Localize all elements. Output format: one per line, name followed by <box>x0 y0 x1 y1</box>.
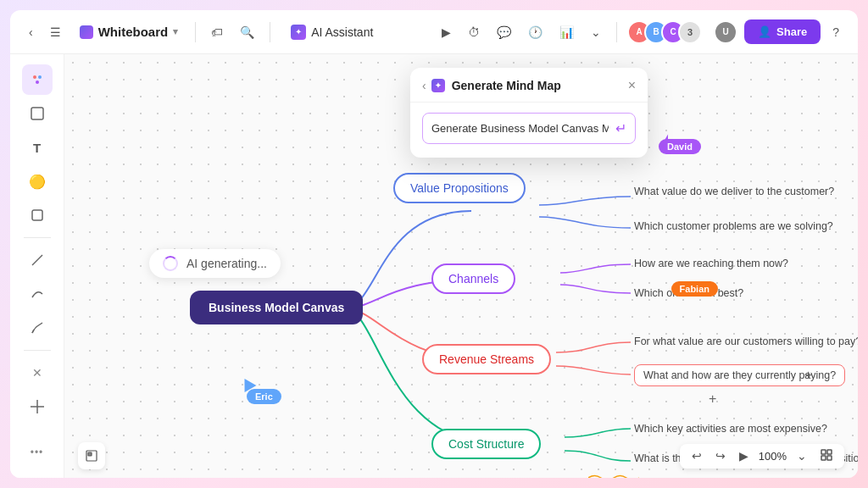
avatar-count: 3 <box>678 20 702 44</box>
popup-close-button[interactable]: × <box>628 78 636 93</box>
sidebar-sticky[interactable]: 🟡 <box>22 166 53 197</box>
rs-plus-bottom[interactable]: + <box>709 391 716 407</box>
sidebar-text[interactable]: T <box>22 132 53 163</box>
spinner-icon <box>163 256 178 271</box>
whiteboard-icon <box>80 25 93 39</box>
comment-button[interactable]: 💬 <box>492 22 516 42</box>
svg-rect-13 <box>827 456 832 460</box>
share-label: Share <box>776 25 807 38</box>
sidebar-shape[interactable] <box>22 200 53 230</box>
center-node-label: Business Model Canvas <box>209 301 344 314</box>
cs-node[interactable]: Cost Structure <box>431 429 541 459</box>
sidebar-line[interactable] <box>22 245 53 275</box>
sidebar-sep-1 <box>24 237 51 238</box>
fabian-label: Fabian <box>671 281 718 297</box>
ch-node-label: Channels <box>448 272 498 286</box>
david-label: David <box>659 139 701 154</box>
sidebar-sep-2 <box>24 350 51 351</box>
toolbar-left: ‹ ☰ Whiteboard ▾ 🏷 🔍 ✦ AI Assistant <box>24 19 430 45</box>
ai-generating-indicator: AI generating... <box>149 249 281 278</box>
popup-input[interactable] <box>431 122 609 135</box>
undo-button[interactable]: ↩ <box>688 447 705 464</box>
ch-node[interactable]: Channels <box>431 263 515 294</box>
back-icon: ‹ <box>29 25 33 39</box>
search-icon: 🔍 <box>240 25 254 39</box>
sidebar-connector[interactable] <box>22 279 53 309</box>
rs-q2-plus[interactable]: + <box>804 368 812 383</box>
popup-body: ↵ <box>410 103 648 158</box>
zoom-chevron-icon: ⌄ <box>797 449 807 463</box>
send-icon: ↵ <box>615 120 626 136</box>
fit-view-button[interactable] <box>817 447 836 465</box>
sidebar-cross[interactable]: ✕ <box>22 358 53 388</box>
vp-node[interactable]: Value Propositions <box>393 173 526 203</box>
squiggle-underline <box>588 474 639 478</box>
tag-icon: 🏷 <box>211 25 223 39</box>
sidebar-pen[interactable] <box>22 313 53 343</box>
ai-icon: ✦ <box>291 25 306 40</box>
rs-q1: For what value are our customers willing… <box>634 336 858 347</box>
vp-node-label: Value Propositions <box>410 181 509 195</box>
ai-generating-label: AI generating... <box>186 257 267 270</box>
bottom-right: ↩ ↪ ▶ 100% ⌄ <box>680 444 844 469</box>
svg-rect-3 <box>31 108 43 119</box>
ch-q1: How are we reaching them now? <box>634 258 788 269</box>
clock-button[interactable]: 🕐 <box>523 22 548 42</box>
tag-button[interactable]: 🏷 <box>206 22 228 42</box>
share-icon: 👤 <box>758 25 771 38</box>
canvas-area[interactable]: AI generating... Business Model Canvas V… <box>64 54 858 478</box>
toolbar-right: ▶ ⏱ 💬 🕐 📊 ⌄ A B C 3 U 👤 Share ? <box>437 19 844 44</box>
play-button[interactable]: ▶ <box>437 22 456 42</box>
sidebar-frame[interactable] <box>22 98 53 129</box>
svg-point-0 <box>33 75 36 79</box>
main-area: T 🟡 ✕ ••• <box>10 54 858 478</box>
search-button[interactable]: 🔍 <box>235 22 259 42</box>
close-icon: × <box>628 78 636 92</box>
menu-button[interactable]: ☰ <box>45 22 66 42</box>
center-node[interactable]: Business Model Canvas <box>190 291 363 324</box>
back-button[interactable]: ‹ <box>24 22 38 42</box>
divider-1 <box>195 22 196 42</box>
cs-q1: Which key activities are most expensive? <box>634 423 827 435</box>
svg-point-1 <box>38 75 42 79</box>
vp-q1: What value do we deliver to the customer… <box>634 186 834 197</box>
timer-button[interactable]: ⏱ <box>463 22 485 42</box>
zoom-dropdown-button[interactable]: ⌄ <box>793 447 810 464</box>
popup-send-button[interactable]: ↵ <box>615 120 626 136</box>
rs-node-label: Revenue Streams <box>439 352 534 366</box>
sidebar-more[interactable]: ••• <box>22 437 53 468</box>
play-canvas-button[interactable]: ▶ <box>736 447 752 464</box>
sidebar: T 🟡 ✕ ••• <box>10 54 64 478</box>
popup-title-label: Generate Mind Map <box>452 79 561 92</box>
svg-rect-12 <box>821 456 826 460</box>
whiteboard-title[interactable]: Whiteboard ▾ <box>73 21 186 42</box>
sidebar-grid[interactable] <box>22 391 53 422</box>
toolbar: ‹ ☰ Whiteboard ▾ 🏷 🔍 ✦ AI Assistant <box>10 10 858 54</box>
current-user-avatar: U <box>714 20 737 44</box>
redo-button[interactable]: ↪ <box>712 447 729 464</box>
ai-assistant-button[interactable]: ✦ AI Assistant <box>281 19 383 45</box>
app-container: ‹ ☰ Whiteboard ▾ 🏷 🔍 ✦ AI Assistant <box>0 0 868 488</box>
avatar-group: A B C 3 <box>627 20 702 44</box>
popup-header: ‹ ✦ Generate Mind Map × <box>410 68 648 103</box>
divider-3 <box>616 22 617 42</box>
rs-node[interactable]: Revenue Streams <box>422 344 551 374</box>
svg-line-5 <box>32 255 42 265</box>
svg-rect-4 <box>32 210 42 220</box>
rs-q2-highlight[interactable]: What and how are they currently paying? <box>634 364 845 386</box>
popup-back-button[interactable]: ‹ <box>422 79 426 92</box>
chart-button[interactable]: 📊 <box>554 22 579 42</box>
bottom-left <box>78 442 105 469</box>
redo-icon: ↪ <box>715 449 726 463</box>
minimap-button[interactable] <box>78 442 105 469</box>
svg-rect-9 <box>88 452 92 456</box>
eric-label: Eric <box>247 389 281 404</box>
svg-point-2 <box>36 80 39 84</box>
whiteboard-chevron: ▾ <box>173 26 178 37</box>
sidebar-palette[interactable] <box>22 64 53 95</box>
help-button[interactable]: ? <box>827 22 844 42</box>
share-button[interactable]: 👤 Share <box>744 19 821 44</box>
more-button[interactable]: ⌄ <box>586 22 606 42</box>
zoom-level: 100% <box>759 450 787 463</box>
play-canvas-icon: ▶ <box>739 449 748 463</box>
